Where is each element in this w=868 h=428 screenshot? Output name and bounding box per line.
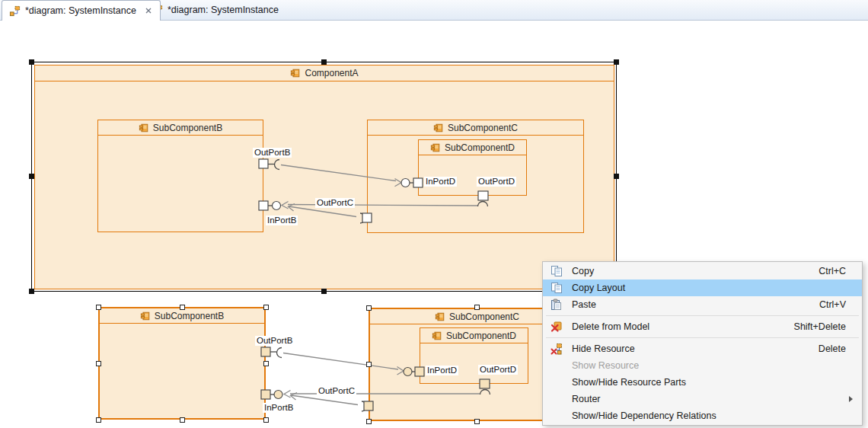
menu-item-copy-layout[interactable]: Copy Layout (543, 279, 862, 296)
context-menu: Copy Ctrl+C Copy Layout Paste Ctrl+V Del… (542, 261, 863, 426)
menu-separator (546, 315, 859, 316)
resize-handle[interactable] (96, 305, 101, 310)
resize-handle[interactable] (366, 362, 372, 367)
componenta-selection-outline (31, 62, 617, 292)
shortcut: Ctrl+V (819, 299, 846, 310)
resize-handle[interactable] (474, 419, 480, 424)
sub-component-c-copy-title: SubComponentC (449, 311, 519, 322)
resize-handle[interactable] (29, 289, 34, 294)
sub-component-b-copy-title: SubComponentB (155, 311, 224, 321)
resize-handle[interactable] (29, 59, 34, 65)
sub-component-d-copy-header: SubComponentD (420, 328, 528, 343)
close-icon[interactable] (144, 6, 153, 15)
tab-label: *diagram: SystemInstance (168, 5, 279, 15)
resize-handle[interactable] (366, 305, 372, 311)
port-label-inportb-copy: InPortB (263, 403, 295, 413)
delete-icon (547, 321, 566, 333)
port-label-outportb-copy: OutPortB (255, 336, 294, 346)
shortcut: Shift+Delete (794, 321, 846, 332)
shortcut: Delete (819, 343, 846, 354)
menu-item-paste[interactable]: Paste Ctrl+V (543, 296, 862, 313)
menu-separator (546, 337, 859, 338)
resize-handle[interactable] (321, 289, 327, 294)
resize-handle[interactable] (614, 59, 619, 65)
port-label-inportd: InPortD (424, 177, 457, 187)
component-icon (432, 331, 442, 341)
tab-diagram-systeminstance-2[interactable]: *diagram: SystemInstance (145, 0, 286, 20)
diagram-editor-window: *diagram: SystemInstance *diagram: Syste… (0, 0, 868, 428)
resize-handle[interactable] (180, 417, 185, 423)
resize-handle[interactable] (263, 305, 269, 310)
tab-label: *diagram: SystemInstance (25, 5, 136, 16)
component-icon (435, 311, 445, 322)
resize-handle[interactable] (96, 361, 101, 366)
copy-icon (547, 265, 566, 277)
hide-resource-icon (547, 343, 566, 355)
menu-item-show-hide-resource-parts[interactable]: Show/Hide Resource Parts (543, 374, 862, 391)
port-label-outportc: OutPortC (315, 198, 355, 208)
port-label-outportb: OutPortB (253, 148, 292, 158)
resize-handle[interactable] (180, 305, 185, 310)
port-label-outportc-copy: OutPortC (317, 386, 356, 396)
port-label-inportd-copy: InPortD (426, 366, 458, 375)
menu-item-hide-resource[interactable]: Hide Resource Delete (543, 340, 862, 357)
resize-handle[interactable] (96, 417, 101, 423)
copy-icon (547, 282, 566, 294)
editor-tab-bar: *diagram: SystemInstance *diagram: Syste… (0, 0, 868, 21)
resize-handle[interactable] (263, 361, 269, 366)
paste-icon (547, 299, 566, 311)
port-label-outportd-copy: OutPortD (478, 365, 518, 375)
resize-handle[interactable] (321, 59, 327, 65)
component-icon (140, 311, 151, 321)
menu-item-show-hide-dependency-relations[interactable]: Show/Hide Dependency Relations (543, 407, 862, 424)
menu-item-copy[interactable]: Copy Ctrl+C (543, 263, 862, 279)
tab-diagram-systeminstance-1[interactable]: *diagram: SystemInstance (2, 0, 161, 21)
resize-handle[interactable] (614, 174, 619, 179)
sub-component-d-copy-title: SubComponentD (446, 331, 516, 341)
port-label-inportb: InPortB (266, 216, 298, 225)
resize-handle[interactable] (29, 174, 34, 179)
menu-item-show-resource: Show Resource (543, 357, 862, 374)
menu-item-router[interactable]: Router (543, 391, 862, 407)
port-label-outportd: OutPortD (477, 177, 516, 187)
resize-handle[interactable] (366, 419, 372, 424)
resize-handle[interactable] (263, 417, 269, 423)
submenu-arrow-icon (849, 396, 853, 402)
sub-component-b-copy-header: SubComponentB (100, 308, 264, 324)
resize-handle[interactable] (474, 305, 480, 310)
sub-component-b-copy[interactable]: SubComponentB (98, 307, 266, 420)
diagram-icon (9, 5, 21, 17)
menu-item-delete-from-model[interactable]: Delete from Model Shift+Delete (543, 318, 862, 335)
shortcut: Ctrl+C (819, 266, 846, 276)
